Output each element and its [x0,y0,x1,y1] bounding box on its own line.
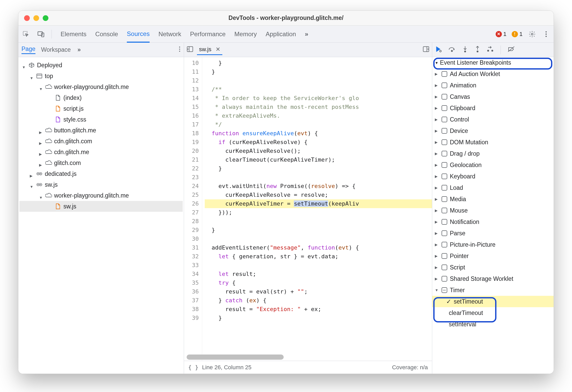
tab-memory[interactable]: Memory [234,26,257,42]
bp-category[interactable]: ▶Geolocation [432,159,554,171]
bp-category[interactable]: ▶Mouse [432,205,554,216]
resume-icon[interactable] [435,46,442,54]
tree-top[interactable]: top [19,71,183,81]
editor-tab-swjs[interactable]: sw.js ✕ [197,44,222,55]
bp-category[interactable]: ▶DOM Mutation [432,137,554,148]
subtab-page[interactable]: Page [21,46,35,54]
checkbox-icon[interactable] [442,242,447,247]
bp-label: Timer [450,287,465,294]
step-into-icon[interactable] [462,46,468,54]
checkbox-icon[interactable]: ✓ [446,298,451,305]
tree-file-index[interactable]: (index) [19,92,183,103]
tree-deployed[interactable]: Deployed [19,60,183,71]
kebab-icon[interactable] [542,30,551,39]
subtab-workspace[interactable]: Workspace [41,46,71,53]
main-toolbar: Elements Console Sources Network Perform… [18,26,554,43]
event-listener-breakpoints-header[interactable]: ▼ Event Listener Breakpoints [432,57,554,68]
tree-file-scriptjs[interactable]: script.js [19,103,183,114]
tree-domain-main[interactable]: worker-playground.glitch.me [19,81,183,92]
bp-category[interactable]: ▶Picture-in-Picture [432,239,554,250]
checkbox-icon[interactable] [442,71,447,77]
device-toolbar-icon[interactable] [36,30,45,39]
tree-worker-dedicated[interactable]: dedicated.js [19,168,183,179]
bp-category[interactable]: ▶Notification [432,216,554,228]
tree-file-stylecss[interactable]: style.css [19,114,183,125]
checkbox-icon[interactable] [442,276,447,282]
inspect-icon[interactable] [21,30,30,39]
bp-category[interactable]: ▶Drag / drop [432,148,554,159]
checkbox-icon[interactable] [442,94,447,100]
navigator-kebab-icon[interactable] [179,46,181,54]
checkbox-icon[interactable] [442,196,447,202]
code-editor[interactable]: 1011121314151617181920212223242526272829… [184,57,432,361]
bp-category[interactable]: ▶Canvas [432,91,554,102]
svg-point-4 [546,31,547,32]
checkbox-icon[interactable] [442,105,447,111]
tree-domain-cdn2[interactable]: cdn.glitch.me [19,147,183,157]
checkbox-icon[interactable] [442,151,447,156]
tree-sw-domain[interactable]: worker-playground.glitch.me [19,190,183,201]
tree-domain-cdn1[interactable]: cdn.glitch.com [19,136,183,147]
deactivate-breakpoints-icon[interactable] [508,46,515,54]
code-content[interactable]: } } /** * In order to keep the ServiceWo… [202,57,432,361]
checkbox-icon[interactable] [442,265,447,270]
checkbox-icon[interactable] [442,185,447,191]
tab-sources[interactable]: Sources [127,26,150,43]
tree-worker-sw[interactable]: sw.js [19,179,183,190]
tree-domain-button[interactable]: button.glitch.me [19,125,183,136]
bp-category[interactable]: ▶Control [432,114,554,125]
bp-category[interactable]: ▶Shared Storage Worklet [432,273,554,284]
bp-item[interactable]: setInterval [432,319,554,330]
bp-category[interactable]: ▶Parse [432,228,554,239]
horizontal-scrollbar[interactable] [187,355,429,360]
checkbox-icon[interactable] [442,128,447,134]
bp-category[interactable]: ▶Pointer [432,250,554,262]
bp-item[interactable]: clearTimeout [432,307,554,319]
bp-category[interactable]: ▶Script [432,262,554,273]
close-tab-icon[interactable]: ✕ [216,46,220,53]
error-icon: ✕ [496,31,502,37]
bp-category[interactable]: ▶Media [432,193,554,205]
bp-category[interactable]: ▶Device [432,125,554,137]
pretty-print-icon[interactable]: { } [188,364,199,371]
bp-category[interactable]: ▶Keyboard [432,171,554,182]
bp-category[interactable]: ▶Load [432,182,554,193]
toggle-navigator-icon[interactable] [187,46,193,54]
checkbox-icon[interactable] [442,139,447,145]
bp-category-timer[interactable]: ▼−Timer [432,284,554,296]
checkbox-icon[interactable] [442,117,447,122]
bp-category[interactable]: ▶Ad Auction Worklet [432,68,554,80]
checkbox-icon[interactable] [442,219,447,225]
tab-network[interactable]: Network [158,26,181,42]
tabs-overflow[interactable]: » [305,26,308,42]
bp-label: Drag / drop [450,150,480,157]
checkbox-icon[interactable] [442,208,447,213]
tab-elements[interactable]: Elements [61,26,86,42]
tree-file-swjs[interactable]: sw.js [19,201,183,212]
tree-domain-glitch[interactable]: glitch.com [19,157,183,168]
step-over-icon[interactable] [448,46,456,54]
tab-console[interactable]: Console [95,26,118,42]
tree-label: worker-playground.glitch.me [54,84,129,91]
subtabs-overflow[interactable]: » [77,46,81,53]
step-out-icon[interactable] [475,46,480,54]
step-icon[interactable] [487,46,494,54]
settings-icon[interactable] [528,30,537,39]
bp-category[interactable]: ▶Animation [432,80,554,91]
checkbox-icon[interactable] [442,253,447,259]
tab-performance[interactable]: Performance [190,26,225,42]
checkbox-mixed-icon[interactable]: − [442,287,447,293]
bp-item[interactable]: ✓setTimeout [432,296,554,307]
cloud-icon [45,160,52,166]
file-tree[interactable]: Deployed top worker-playground.glitch.me [18,57,184,214]
checkbox-icon[interactable] [442,162,447,168]
warn-count[interactable]: ! 1 [512,31,523,37]
tree-label: Deployed [37,62,62,69]
toggle-debugger-icon[interactable] [423,46,429,54]
checkbox-icon[interactable] [442,174,447,179]
bp-category[interactable]: ▶Clipboard [432,102,554,114]
checkbox-icon[interactable] [442,230,447,236]
checkbox-icon[interactable] [442,82,447,88]
tab-application[interactable]: Application [266,26,296,42]
error-count[interactable]: ✕ 1 [496,31,507,37]
